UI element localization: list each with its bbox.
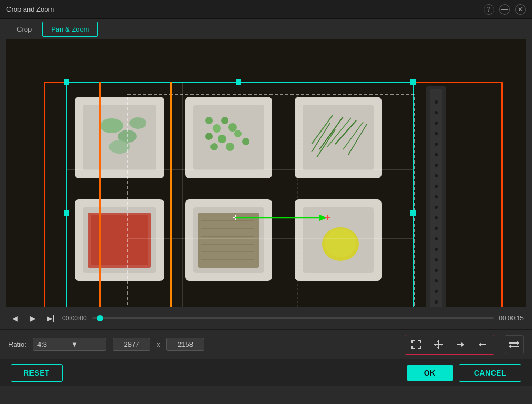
title-bar-controls: ? — ✕ [484, 4, 526, 15]
left-arrow-button[interactable] [471, 335, 494, 354]
svg-marker-104 [517, 341, 519, 345]
svg-rect-8 [193, 105, 264, 170]
svg-point-39 [435, 185, 438, 188]
svg-point-47 [435, 269, 438, 272]
svg-rect-84 [410, 210, 416, 216]
svg-rect-20 [303, 105, 374, 170]
svg-point-18 [242, 138, 249, 145]
svg-point-16 [210, 143, 218, 150]
svg-point-9 [205, 117, 213, 124]
frame-forward-button[interactable]: ▶| [44, 312, 57, 325]
svg-rect-77 [64, 79, 69, 85]
close-button[interactable]: ✕ [515, 4, 526, 15]
svg-marker-98 [441, 344, 443, 346]
tab-crop[interactable]: Crop [8, 22, 40, 36]
svg-marker-106 [509, 344, 511, 348]
fit-icon-button[interactable] [405, 335, 427, 354]
svg-point-45 [435, 248, 438, 251]
ratio-dropdown-icon: ▼ [71, 340, 102, 348]
current-time: 00:00:00 [62, 315, 87, 322]
svg-point-6 [129, 117, 146, 129]
svg-point-67 [325, 229, 356, 257]
svg-point-17 [226, 143, 234, 151]
svg-point-34 [435, 132, 438, 135]
timeline-track[interactable] [92, 317, 494, 319]
dimension-separator: x [157, 340, 160, 348]
move-icon [433, 339, 444, 350]
svg-point-36 [435, 153, 438, 156]
svg-point-11 [221, 117, 228, 124]
svg-point-46 [435, 258, 438, 261]
height-input[interactable] [166, 338, 204, 351]
ok-button[interactable]: OK [407, 365, 453, 381]
svg-point-37 [435, 164, 438, 167]
food-scene-svg: Start End [6, 39, 526, 307]
svg-point-49 [435, 290, 438, 293]
swap-icon [508, 340, 520, 349]
svg-point-40 [435, 195, 438, 198]
width-input[interactable] [113, 338, 150, 351]
svg-rect-78 [410, 79, 416, 85]
svg-rect-57 [198, 213, 259, 268]
move-icon-button[interactable] [427, 335, 449, 354]
svg-point-32 [435, 111, 438, 114]
svg-rect-54 [91, 215, 148, 265]
title-bar: Crop and Zoom ? — ✕ [0, 0, 532, 19]
svg-point-33 [435, 122, 438, 125]
svg-point-35 [435, 143, 438, 146]
svg-marker-97 [434, 344, 436, 346]
left-arrow-icon [477, 339, 488, 350]
title-bar-left: Crop and Zoom [6, 5, 54, 13]
ratio-label: Ratio: [8, 340, 26, 348]
play-button[interactable]: ▶ [26, 312, 39, 325]
svg-rect-83 [64, 210, 69, 216]
svg-marker-96 [437, 347, 439, 349]
svg-marker-95 [437, 340, 439, 342]
svg-marker-102 [479, 342, 481, 347]
svg-point-48 [435, 279, 438, 282]
help-button[interactable]: ? [484, 4, 494, 15]
svg-point-14 [218, 135, 226, 143]
svg-point-13 [205, 133, 213, 140]
svg-point-42 [435, 216, 438, 219]
total-time: 00:00:15 [499, 315, 524, 322]
svg-point-5 [109, 140, 130, 154]
timeline-container: 00:00:00 00:00:15 [62, 315, 524, 322]
minimize-button[interactable]: — [499, 4, 510, 15]
ratio-select[interactable]: 4:3 ▼ [33, 338, 106, 351]
tabs-row: Crop Pan & Zoom [0, 19, 532, 39]
svg-point-10 [213, 124, 221, 133]
timeline-thumb[interactable] [97, 315, 103, 321]
svg-point-15 [234, 130, 242, 137]
rewind-button[interactable]: ◀ [8, 312, 21, 325]
svg-point-43 [435, 227, 438, 230]
svg-point-38 [435, 174, 438, 177]
svg-point-41 [435, 206, 438, 209]
tab-pan-zoom[interactable]: Pan & Zoom [42, 22, 98, 37]
svg-marker-100 [461, 342, 464, 347]
playback-bar: ◀ ▶ ▶| 00:00:00 00:00:15 [0, 307, 532, 329]
action-bar: RESET OK CANCEL [0, 359, 532, 386]
svg-point-50 [435, 300, 438, 304]
cancel-button[interactable]: CANCEL [459, 364, 521, 382]
svg-point-31 [435, 100, 438, 104]
window-title: Crop and Zoom [6, 5, 54, 13]
svg-point-12 [228, 123, 237, 132]
transform-icon-group [405, 335, 494, 355]
video-area[interactable]: Start End [6, 39, 526, 307]
reset-button[interactable]: RESET [11, 364, 63, 382]
right-arrow-icon [455, 339, 466, 350]
controls-row: Ratio: 4:3 ▼ x [0, 329, 532, 359]
svg-rect-81 [236, 79, 241, 85]
fit-icon [411, 339, 421, 350]
svg-point-44 [435, 237, 438, 240]
video-scene: Start End [6, 39, 526, 307]
right-arrow-button[interactable] [449, 335, 471, 354]
svg-point-3 [100, 118, 123, 133]
swap-button[interactable] [505, 335, 524, 354]
